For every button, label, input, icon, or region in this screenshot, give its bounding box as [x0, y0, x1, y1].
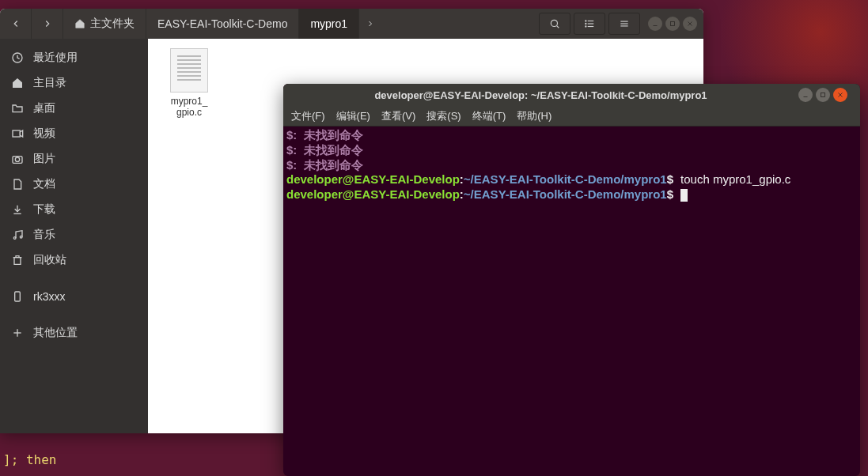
terminal-body[interactable]: $: 未找到命令 $: 未找到命令 $: 未找到命令 developer@EAS… [283, 127, 860, 476]
file-thumb-icon [170, 48, 208, 93]
menu-terminal[interactable]: 终端(T) [472, 109, 506, 123]
sidebar-item-downloads[interactable]: 下载 [0, 197, 148, 222]
sidebar-item-device[interactable]: rk3xxx [0, 284, 148, 309]
search-icon [549, 18, 560, 29]
sidebar: 最近使用 主目录 桌面 视频 图片 文档 下载 音乐 回收站 rk3xxx 其他… [0, 39, 148, 433]
folder-icon [11, 102, 24, 115]
download-icon [11, 203, 24, 216]
window-controls [648, 17, 697, 31]
svg-line-1 [557, 26, 559, 28]
sidebar-item-home[interactable]: 主目录 [0, 70, 148, 96]
sidebar-item-pictures[interactable]: 图片 [0, 146, 148, 172]
menu-file[interactable]: 文件(F) [291, 109, 325, 123]
sidebar-item-other[interactable]: 其他位置 [0, 320, 148, 346]
plus-icon [11, 327, 24, 339]
svg-point-7 [586, 26, 586, 27]
terminal-maximize-button[interactable] [816, 88, 830, 102]
document-icon [11, 178, 24, 191]
terminal-cursor [680, 189, 688, 202]
clock-icon [11, 51, 24, 64]
view-toggle-button[interactable] [574, 13, 605, 35]
file-item[interactable]: mypro1_gpio.c [157, 48, 221, 119]
sidebar-item-recent[interactable]: 最近使用 [0, 45, 148, 70]
svg-point-22 [13, 237, 16, 240]
nav-group [0, 9, 63, 39]
titlebar: 主文件夹 EASY-EAI-Toolkit-C-Demo mypro1 [0, 9, 703, 39]
svg-point-23 [20, 236, 22, 238]
breadcrumb-home-label: 主文件夹 [90, 17, 135, 31]
svg-point-6 [586, 23, 586, 24]
background-terminal-snippet: ]; then [3, 452, 56, 467]
svg-rect-12 [671, 22, 675, 26]
close-button[interactable] [683, 17, 697, 31]
terminal-menubar: 文件(F) 编辑(E) 查看(V) 搜索(S) 终端(T) 帮助(H) [283, 106, 860, 127]
file-name: mypro1_gpio.c [157, 96, 221, 119]
menu-edit[interactable]: 编辑(E) [336, 109, 370, 123]
home-icon [11, 77, 24, 89]
sidebar-item-documents[interactable]: 文档 [0, 172, 148, 197]
svg-rect-16 [13, 130, 20, 137]
terminal-window: developer@EASY-EAI-Develop: ~/EASY-EAI-T… [283, 84, 860, 476]
forward-button[interactable] [32, 9, 63, 39]
menu-search[interactable]: 搜索(S) [426, 109, 461, 123]
sidebar-item-videos[interactable]: 视频 [0, 121, 148, 146]
list-icon [584, 18, 595, 29]
svg-point-5 [586, 21, 586, 21]
terminal-close-button[interactable] [833, 88, 847, 102]
svg-point-19 [15, 157, 19, 161]
svg-marker-17 [20, 130, 22, 137]
breadcrumb-home[interactable]: 主文件夹 [63, 9, 146, 39]
terminal-title: developer@EASY-EAI-Develop: ~/EASY-EAI-T… [290, 89, 792, 101]
svg-rect-24 [15, 292, 21, 301]
sidebar-item-desktop[interactable]: 桌面 [0, 96, 148, 121]
svg-point-0 [551, 20, 557, 26]
sidebar-item-music[interactable]: 音乐 [0, 222, 148, 247]
search-button[interactable] [539, 13, 570, 35]
maximize-button[interactable] [665, 17, 680, 31]
back-button[interactable] [0, 9, 32, 39]
device-icon [11, 290, 24, 303]
menu-help[interactable]: 帮助(H) [517, 109, 552, 123]
music-icon [11, 229, 24, 241]
breadcrumb-more-button[interactable] [359, 9, 381, 39]
breadcrumb-item-1[interactable]: EASY-EAI-Toolkit-C-Demo [146, 9, 299, 39]
breadcrumb: 主文件夹 EASY-EAI-Toolkit-C-Demo mypro1 [63, 9, 381, 39]
trash-icon [11, 254, 24, 266]
svg-rect-28 [821, 93, 825, 97]
terminal-minimize-button[interactable] [798, 88, 813, 102]
menu-view[interactable]: 查看(V) [381, 109, 415, 123]
video-icon [11, 127, 24, 140]
camera-icon [11, 153, 24, 165]
terminal-titlebar: developer@EASY-EAI-Develop: ~/EASY-EAI-T… [283, 84, 860, 106]
hamburger-button[interactable] [608, 13, 640, 35]
terminal-window-controls [798, 88, 847, 102]
breadcrumb-item-2[interactable]: mypro1 [299, 9, 359, 39]
home-icon [74, 18, 85, 29]
minimize-button[interactable] [648, 17, 662, 31]
sidebar-item-trash[interactable]: 回收站 [0, 247, 148, 273]
hamburger-icon [619, 18, 630, 29]
